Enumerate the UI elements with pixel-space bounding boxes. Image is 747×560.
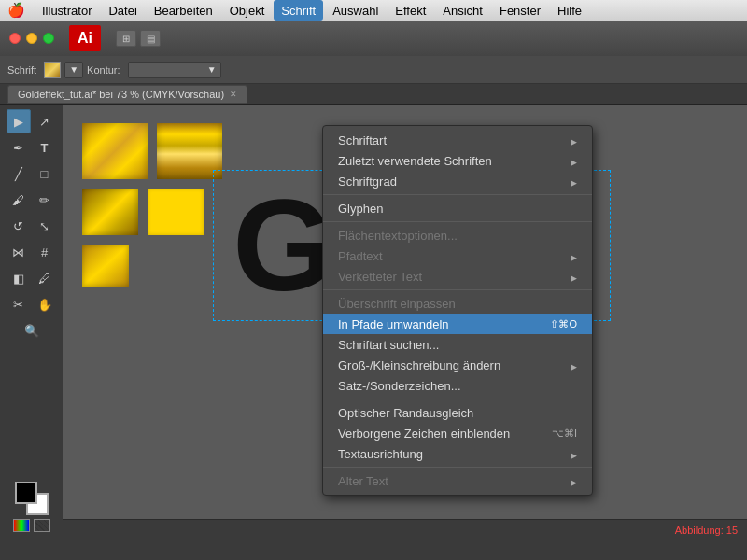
layout-button[interactable]: ▤ bbox=[140, 30, 161, 47]
tool-row-5: ↺ ⤡ bbox=[4, 214, 59, 238]
tool-row-3: ╱ □ bbox=[4, 161, 59, 186]
foreground-color-swatch[interactable] bbox=[15, 482, 37, 504]
text-tool[interactable]: T bbox=[33, 135, 57, 160]
menu-separator-3 bbox=[323, 289, 592, 290]
menu-item-textausrichtung-arrow bbox=[571, 447, 577, 461]
menu-item-schriftart[interactable]: Schriftart bbox=[323, 130, 592, 150]
document-tab-label: Goldeffekt_tut.ai* bei 73 % (CMYK/Vorsch… bbox=[18, 89, 224, 100]
menu-item-zuletzt-arrow bbox=[571, 154, 577, 168]
pen-tool[interactable]: ✒ bbox=[7, 135, 31, 160]
kontur-label: Kontur: bbox=[87, 64, 120, 76]
menu-item-verkettet-label: Verketteter Text bbox=[338, 270, 422, 284]
menu-item-glyphen[interactable]: Glyphen bbox=[323, 198, 592, 218]
sidebar: ▶ ↗ ✒ T ╱ □ 🖌 ✏ ↺ ⤡ ⋈ # ◧ 🖊 ✂ ✋ bbox=[0, 105, 63, 539]
gradient-tool[interactable]: ◧ bbox=[7, 266, 31, 290]
menu-item-pfadtext-arrow bbox=[571, 249, 577, 263]
paintbrush-tool[interactable]: 🖌 bbox=[7, 188, 31, 212]
menu-item-schriftgrad[interactable]: Schriftgrad bbox=[323, 171, 592, 191]
minimize-button[interactable] bbox=[26, 33, 37, 44]
menu-item-verkettet: Verketteter Text bbox=[323, 266, 592, 287]
menubar-item-effekt[interactable]: Effekt bbox=[388, 0, 433, 21]
menu-item-zuletzt[interactable]: Zuletzt verwendete Schriften bbox=[323, 150, 592, 171]
menu-item-pfadtext-label: Pfadtext bbox=[338, 249, 383, 263]
title-buttons: ⊞ ▤ bbox=[116, 30, 161, 47]
menu-item-gross-arrow bbox=[571, 358, 577, 372]
menu-item-satz-label: Satz-/Sonderzeichen... bbox=[338, 379, 461, 393]
none-swatch[interactable] bbox=[34, 519, 50, 532]
menu-item-altertext-arrow bbox=[571, 474, 577, 488]
menubar-item-datei[interactable]: Datei bbox=[101, 0, 144, 21]
tool-row-9: 🔍 bbox=[4, 318, 59, 343]
menubar-item-schrift[interactable]: Schrift bbox=[274, 0, 323, 21]
menu-item-schriftart-label: Schriftart bbox=[338, 133, 387, 147]
hand-tool[interactable]: ✋ bbox=[33, 292, 57, 316]
fill-options[interactable]: ▼ bbox=[64, 62, 83, 78]
close-button[interactable] bbox=[9, 33, 21, 44]
status-text: Abbildung: 15 bbox=[675, 525, 738, 536]
menu-item-altertext-label: Alter Text bbox=[338, 474, 388, 488]
fill-swatch[interactable] bbox=[44, 62, 61, 78]
tool-row-1: ▶ ↗ bbox=[4, 109, 59, 133]
rect-tool[interactable]: □ bbox=[33, 161, 57, 186]
apple-menu-icon[interactable]: 🍎 bbox=[7, 2, 25, 19]
titlebar: Ai ⊞ ▤ bbox=[0, 21, 747, 56]
menu-item-flaechen-label: Flächentextoptionen... bbox=[338, 229, 458, 243]
menubar-item-illustrator[interactable]: Illustrator bbox=[35, 0, 99, 21]
pencil-tool[interactable]: ✏ bbox=[33, 188, 57, 212]
gradient-swatch[interactable] bbox=[13, 519, 30, 532]
maximize-button[interactable] bbox=[43, 33, 54, 44]
main-area: ▶ ↗ ✒ T ╱ □ 🖌 ✏ ↺ ⤡ ⋈ # ◧ 🖊 ✂ ✋ bbox=[0, 105, 747, 539]
menu-item-altertext: Alter Text bbox=[323, 470, 592, 491]
menu-item-zuletzt-label: Zuletzt verwendete Schriften bbox=[338, 154, 492, 168]
document-tab[interactable]: Goldeffekt_tut.ai* bei 73 % (CMYK/Vorsch… bbox=[7, 85, 247, 104]
scale-tool[interactable]: ⤡ bbox=[33, 214, 57, 238]
menu-item-inpfade-shortcut: ⇧⌘O bbox=[550, 318, 577, 330]
menu-item-gross-label: Groß-/Kleinschreibung ändern bbox=[338, 358, 500, 372]
eyedropper-tool[interactable]: 🖊 bbox=[33, 266, 57, 290]
menubar-item-fenster[interactable]: Fenster bbox=[492, 0, 548, 21]
menubar-item-ansicht[interactable]: Ansicht bbox=[435, 0, 490, 21]
zoom-tool[interactable]: 🔍 bbox=[20, 318, 44, 343]
menu-item-schriftgrad-arrow bbox=[571, 175, 577, 189]
menu-item-inpfade[interactable]: In Pfade umwandeln ⇧⌘O bbox=[323, 314, 592, 334]
menu-item-optrand[interactable]: Optischer Randausgleich bbox=[323, 402, 592, 423]
menu-separator-2 bbox=[323, 221, 592, 222]
scissors-tool[interactable]: ✂ bbox=[7, 292, 31, 316]
tab-close-button[interactable]: ✕ bbox=[230, 90, 237, 99]
swatch-panel bbox=[82, 123, 222, 287]
menubar-item-objekt[interactable]: Objekt bbox=[222, 0, 273, 21]
menubar-item-bearbeiten[interactable]: Bearbeiten bbox=[147, 0, 220, 21]
blend-tool[interactable]: ⋈ bbox=[7, 240, 31, 264]
direct-select-tool[interactable]: ↗ bbox=[33, 109, 57, 133]
swatch-row-1 bbox=[82, 123, 222, 179]
menu-item-pfadtext: Pfadtext bbox=[323, 245, 592, 266]
menu-item-textausrichtung[interactable]: Textausrichtung bbox=[323, 443, 592, 464]
mesh-tool[interactable]: # bbox=[33, 240, 57, 264]
menu-item-schriftart-arrow bbox=[571, 133, 577, 147]
menu-item-flaechentextoptionen: Flächentextoptionen... bbox=[323, 225, 592, 245]
menu-item-inpfade-label: In Pfade umwandeln bbox=[338, 317, 449, 331]
menu-item-verborgene[interactable]: Verborgene Zeichen einblenden ⌥⌘I bbox=[323, 423, 592, 443]
select-tool[interactable]: ▶ bbox=[7, 109, 31, 133]
line-tool[interactable]: ╱ bbox=[7, 161, 31, 186]
kontur-dropdown[interactable]: ▼ bbox=[128, 62, 221, 78]
menu-item-ueberschrift-label: Überschrift einpassen bbox=[338, 297, 456, 311]
menu-item-verkettet-arrow bbox=[571, 270, 577, 284]
color-swatches bbox=[15, 482, 49, 515]
arrange-button[interactable]: ⊞ bbox=[116, 30, 136, 47]
tool-row-6: ⋈ # bbox=[4, 240, 59, 264]
menu-item-satz[interactable]: Satz-/Sonderzeichen... bbox=[323, 375, 592, 396]
menu-item-verborgene-label: Verborgene Zeichen einblenden bbox=[338, 427, 510, 441]
swatch-row-2 bbox=[82, 189, 222, 235]
schrift-label: Schrift bbox=[7, 64, 36, 76]
rotate-tool[interactable]: ↺ bbox=[7, 214, 31, 238]
menubar-item-hilfe[interactable]: Hilfe bbox=[550, 0, 589, 21]
app-logo: Ai bbox=[69, 25, 101, 51]
tool-row-4: 🖌 ✏ bbox=[4, 188, 59, 212]
menubar-item-auswahl[interactable]: Auswahl bbox=[325, 0, 386, 21]
menu-item-textausrichtung-label: Textausrichtung bbox=[338, 447, 423, 461]
kontur-arrow: ▼ bbox=[207, 64, 217, 75]
gold-swatch-1 bbox=[82, 123, 148, 179]
menu-item-gross[interactable]: Groß-/Kleinschreibung ändern bbox=[323, 355, 592, 375]
menu-item-schriftsuche[interactable]: Schriftart suchen... bbox=[323, 334, 592, 355]
